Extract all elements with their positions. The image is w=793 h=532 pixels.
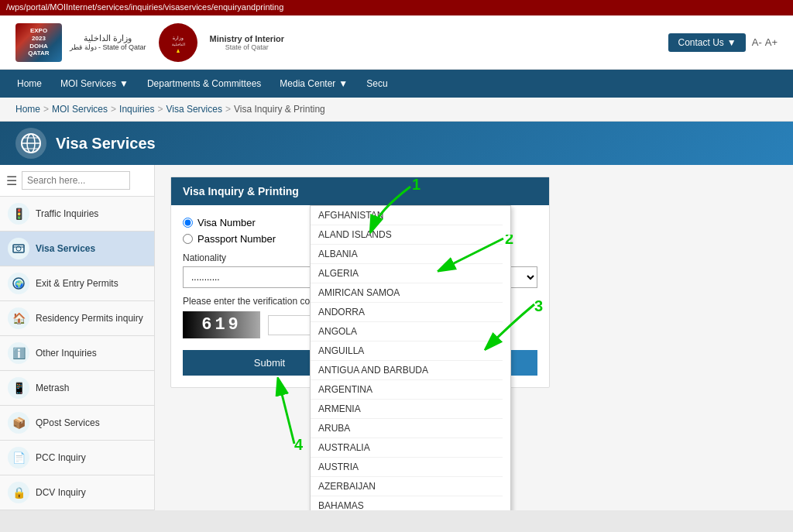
header-actions: Contact Us ▼ A- A+ <box>668 33 778 52</box>
sidebar-item-qpost[interactable]: 📦 QPost Services <box>0 406 154 441</box>
dropdown-item[interactable]: AFGHANISTAN <box>311 206 503 225</box>
pcc-icon: 📄 <box>8 447 29 469</box>
chevron-down-icon: ▼ <box>338 78 348 89</box>
dropdown-item[interactable]: AUSTRIA <box>311 458 503 477</box>
dropdown-item[interactable]: ARGENTINA <box>311 380 503 400</box>
dropdown-item[interactable]: AZERBAIJAN <box>311 477 503 496</box>
ministry-name-ar: وزارة الداخلية <box>70 33 146 43</box>
sidebar: ☰ 🚦 Traffic Inquiries Visa Services 🌍 <box>0 165 155 510</box>
radio-passport-input[interactable] <box>183 234 193 244</box>
nav-home[interactable]: Home <box>8 72 51 95</box>
contact-label: Contact Us <box>678 37 723 48</box>
dropdown-item[interactable]: ANDORRA <box>311 303 503 322</box>
dropdown-item[interactable]: ALBANIA <box>311 245 503 264</box>
header-logo: EXPO2023DOHAQATAR وزارة الداخلية State o… <box>15 23 284 62</box>
breadcrumb-current: Visa Inquiry & Printing <box>234 104 325 115</box>
ministry-logo: وزارة الداخلية State of Qatar - دولة قطر… <box>70 23 284 62</box>
breadcrumb-inquiries[interactable]: Inquiries <box>119 104 154 115</box>
dropdown-item[interactable]: AUSTRALIA <box>311 438 503 458</box>
expo-logo: EXPO2023DOHAQATAR <box>15 23 62 62</box>
content-area: ☰ 🚦 Traffic Inquiries Visa Services 🌍 <box>0 165 793 510</box>
ministry-name-en: Ministry of Interior <box>210 34 285 43</box>
chevron-down-icon: ▼ <box>119 78 129 89</box>
nav-media[interactable]: Media Center ▼ <box>270 72 357 95</box>
url-bar: /wps/portal/MOIInternet/services/inquiri… <box>0 0 793 15</box>
dropdown-item[interactable]: AMIRICAN SAMOA <box>311 283 503 303</box>
search-input[interactable] <box>22 171 130 190</box>
dcv-icon: 🔒 <box>8 482 29 503</box>
contact-button[interactable]: Contact Us ▼ <box>668 33 745 52</box>
header: EXPO2023DOHAQATAR وزارة الداخلية State o… <box>0 15 793 70</box>
form-panel-header: Visa Inquiry & Printing <box>171 177 549 205</box>
dropdown-item[interactable]: ANGUILLA <box>311 342 503 361</box>
breadcrumb-home[interactable]: Home <box>15 104 40 115</box>
sidebar-search-container: ☰ <box>0 165 154 197</box>
nav-moi-services[interactable]: MOI Services ▼ <box>51 72 138 95</box>
sidebar-item-metrash[interactable]: 📱 Metrash <box>0 371 154 406</box>
nationality-dropdown[interactable]: AFGHANISTANALAND ISLANDSALBANIAALGERIAAM… <box>310 205 511 510</box>
radio-visa-input[interactable] <box>183 218 193 228</box>
metrash-icon: 📱 <box>8 377 29 399</box>
visa-icon <box>8 238 29 259</box>
dropdown-item[interactable]: ANGOLA <box>311 322 503 342</box>
url-text: /wps/portal/MOIInternet/services/inquiri… <box>6 2 283 12</box>
other-icon: ℹ️ <box>8 342 29 364</box>
residency-icon: 🏠 <box>8 307 29 329</box>
sidebar-item-dcv[interactable]: 🔒 DCV Inquiry <box>0 475 154 510</box>
svg-text:🌍: 🌍 <box>15 280 24 289</box>
breadcrumb-moi[interactable]: MOI Services <box>52 104 108 115</box>
sidebar-item-pcc[interactable]: 📄 PCC Inquiry <box>0 441 154 475</box>
form-area: Visa Inquiry & Printing Visa Number Pass… <box>155 165 793 510</box>
font-size-controls: A- A+ <box>752 36 778 48</box>
dropdown-item[interactable]: ALAND ISLANDS <box>311 225 503 245</box>
sidebar-item-other[interactable]: ℹ️ Other Inquiries <box>0 336 154 371</box>
banner-icon <box>15 128 46 159</box>
traffic-icon: 🚦 <box>8 203 29 225</box>
sidebar-item-traffic[interactable]: 🚦 Traffic Inquiries <box>0 197 154 232</box>
chevron-down-icon: ▼ <box>727 37 736 48</box>
captcha-image: 619 <box>183 311 260 338</box>
page-banner: Visa Services <box>0 122 793 165</box>
qpost-icon: 📦 <box>8 412 29 434</box>
nav-bar: Home MOI Services ▼ Departments & Commit… <box>0 70 793 98</box>
sidebar-item-residency[interactable]: 🏠 Residency Permits inquiry <box>0 301 154 336</box>
breadcrumb-visa-services[interactable]: Visa Services <box>166 104 221 115</box>
ministry-sub-ar: State of Qatar - دولة قطر <box>70 43 146 51</box>
nav-security[interactable]: Secu <box>357 72 396 95</box>
sidebar-item-exit[interactable]: 🌍 Exit & Entry Permits <box>0 266 154 301</box>
dropdown-item[interactable]: BAHAMAS <box>311 496 503 510</box>
svg-text:4: 4 <box>294 436 304 451</box>
breadcrumb: Home > MOI Services > Inquiries > Visa S… <box>0 98 793 122</box>
font-decrease[interactable]: A- <box>752 36 762 48</box>
hamburger-icon[interactable]: ☰ <box>6 173 17 188</box>
dropdown-item[interactable]: ALGERIA <box>311 264 503 283</box>
svg-text:وزارة: وزارة <box>173 36 184 41</box>
exit-icon: 🌍 <box>8 273 29 294</box>
dropdown-item[interactable]: ARMENIA <box>311 400 503 419</box>
dropdown-item[interactable]: ARUBA <box>311 419 503 438</box>
dropdown-item[interactable]: ANTIGUA AND BARBUDA <box>311 361 503 380</box>
nav-departments[interactable]: Departments & Committees <box>138 72 270 95</box>
font-increase[interactable]: A+ <box>765 36 778 48</box>
sidebar-item-visa[interactable]: Visa Services <box>0 232 154 266</box>
banner-title: Visa Services <box>56 135 156 153</box>
ministry-emblem: وزارة الداخلية <box>159 23 197 62</box>
svg-text:الداخلية: الداخلية <box>171 42 184 46</box>
